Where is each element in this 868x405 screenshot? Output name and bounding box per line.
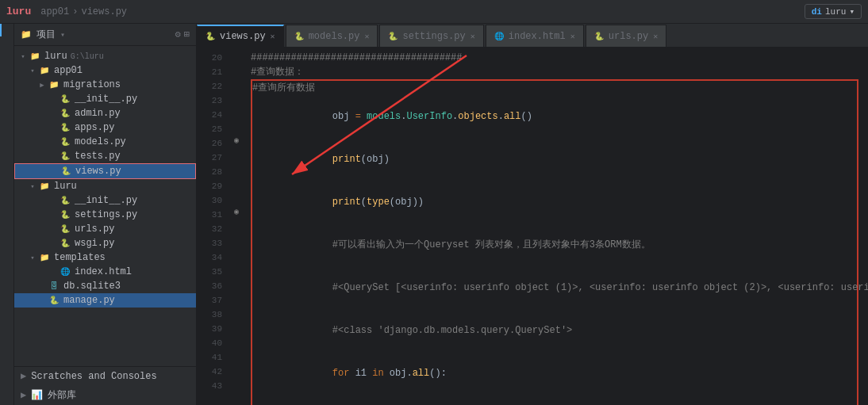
tree-label-app01: app01 <box>54 65 83 76</box>
code-line-23: obj = models.UserInfo.objects.all() <box>252 95 857 138</box>
layout-icon[interactable]: ⊞ <box>184 29 190 40</box>
tree-item-views[interactable]: 🐍 views.py <box>14 163 196 179</box>
gutter: ◉ ◉ <box>229 48 244 405</box>
tree-item-models[interactable]: 🐍 models.py <box>14 135 196 149</box>
gutter-28: ◉ <box>229 133 244 147</box>
gutter-44 <box>229 361 244 376</box>
red-box-1: #查询所有数据 obj = models.UserInfo.objects.al… <box>251 79 858 405</box>
tree-item-dbsqlite[interactable]: 🗄 db.sqlite3 <box>14 279 196 293</box>
tree-item-indexhtml[interactable]: 🌐 index.html <box>14 265 196 279</box>
tab-settings[interactable]: 🐍 settings.py ✕ <box>379 25 483 47</box>
tree-item-templates[interactable]: ▾ 📁 templates <box>14 250 196 265</box>
tab-close-urls[interactable]: ✕ <box>653 32 658 41</box>
gutter-40 <box>229 304 244 319</box>
plugin-icon: di <box>812 7 822 17</box>
tree-item-settings[interactable]: 🐍 settings.py <box>14 208 196 222</box>
tree-item-admin[interactable]: 🐍 admin.py <box>14 106 196 120</box>
tree-item-luru-pkg[interactable]: ▾ 📁 luru <box>14 179 196 193</box>
tree-item-app01[interactable]: ▾ 📁 app01 <box>14 63 196 78</box>
gear-icon[interactable]: ⚙ <box>175 29 181 40</box>
scratches-label: Scratches and Consoles <box>31 371 156 382</box>
tab-close-indexhtml[interactable]: ✕ <box>570 32 575 41</box>
tree-item-urls[interactable]: 🐍 urls.py <box>14 222 196 236</box>
code-line-26: #可以看出输入为一个Queryset 列表对象，且列表对象中有3条ORM数据。 <box>252 224 857 266</box>
tree-arrow-luru-pkg: ▾ <box>27 182 38 191</box>
tab-icon-urls: 🐍 <box>594 32 604 41</box>
panel-strip: 项目 <box>0 24 14 405</box>
gutter-42 <box>229 333 244 347</box>
tree-item-init2[interactable]: 🐍 __init__.py <box>14 193 196 208</box>
plugin-badge[interactable]: di luru ▾ <box>805 4 862 19</box>
project-dropdown-arrow: ▾ <box>60 30 65 40</box>
code-line-30: print(i1) <box>252 395 857 405</box>
gutter-38 <box>229 276 244 290</box>
gutter-26 <box>229 105 244 119</box>
project-header-icons: ⚙ ⊞ <box>175 29 190 40</box>
code-line-21: #查询数据： <box>251 65 862 79</box>
tab-close-models[interactable]: ✕ <box>364 32 369 41</box>
gutter-25 <box>229 90 244 105</box>
gutter-32 <box>229 190 244 204</box>
tree-item-apps[interactable]: 🐍 apps.py <box>14 120 196 135</box>
tree-item-tests[interactable]: 🐍 tests.py <box>14 149 196 163</box>
code-scroll-area[interactable]: ##################################### #查… <box>244 48 868 405</box>
folder-icon-migrations: 📁 <box>48 78 60 91</box>
code-editor[interactable]: 20 21 22 23 24 25 26 27 28 29 30 31 32 3… <box>197 48 868 405</box>
tree-item-migrations[interactable]: ▶ 📁 migrations <box>14 78 196 92</box>
folder-icon-app01: 📁 <box>38 64 51 77</box>
tab-close-views[interactable]: ✕ <box>271 32 275 41</box>
code-line-25: print(type(obj)) <box>252 181 857 224</box>
tree-label-init2: __init__.py <box>75 195 137 206</box>
external-libs-label: 外部库 <box>48 388 76 402</box>
gutter-43 <box>229 347 244 361</box>
app-logo: luru <box>6 6 31 17</box>
tree-item-wsgi[interactable]: 🐍 wsgi.py <box>14 236 196 250</box>
line-numbers: 20 21 22 23 24 25 26 27 28 29 30 31 32 3… <box>197 48 229 405</box>
gutter-34 <box>229 219 244 233</box>
tab-views[interactable]: 🐍 views.py ✕ <box>197 25 284 47</box>
tabs-bar: 🐍 views.py ✕ 🐍 models.py ✕ 🐍 settings.py… <box>197 24 868 48</box>
tab-urls[interactable]: 🐍 urls.py ✕ <box>586 25 666 47</box>
gutter-31 <box>229 176 244 190</box>
python-icon-wsgi: 🐍 <box>59 237 71 250</box>
gutter-27 <box>229 119 244 133</box>
editor-area: 🐍 views.py ✕ 🐍 models.py ✕ 🐍 settings.py… <box>197 24 868 405</box>
code-line-29: for i1 in obj.all(): <box>252 352 857 395</box>
breadcrumb-file[interactable]: views.py <box>81 6 127 17</box>
gutter-36 <box>229 247 244 262</box>
gutter-29 <box>229 147 244 162</box>
tree-label-admin: admin.py <box>75 108 121 119</box>
gutter-41 <box>229 319 244 333</box>
tree-item-luru-root[interactable]: ▾ 📁 luru G:\luru <box>14 49 196 63</box>
code-line-24: print(obj) <box>252 138 857 181</box>
tree-label-tests: tests.py <box>75 151 121 162</box>
tree-label-dbsqlite: db.sqlite3 <box>63 281 121 292</box>
tree-label-managepy: manage.py <box>63 295 115 306</box>
tree-label-wsgi: wsgi.py <box>75 238 114 249</box>
project-panel-title: 项目 <box>36 28 56 41</box>
external-libs-item[interactable]: ▶ 📊 外部库 <box>14 385 196 405</box>
tab-label-indexhtml: index.html <box>509 31 566 42</box>
tree-item-managepy[interactable]: 🐍 manage.py <box>14 293 196 308</box>
panel-strip-project[interactable]: 项目 <box>0 24 13 36</box>
scratches-item[interactable]: ▶ Scratches and Consoles <box>14 367 196 385</box>
tree-label-luru-pkg: luru <box>54 181 77 192</box>
gutter-39 <box>229 290 244 304</box>
python-icon-init2: 🐍 <box>59 194 71 207</box>
project-panel: 📁 项目 ▾ ⚙ ⊞ ▾ 📁 luru G:\luru ▾ 📁 app0 <box>14 24 197 405</box>
tree-label-urls: urls.py <box>75 224 114 235</box>
code-line-27: #<QuerySet [<userinfo: userinfo object (… <box>252 266 857 309</box>
breadcrumb-app[interactable]: app01 <box>40 6 69 17</box>
tree-arrow-luru: ▾ <box>17 52 29 61</box>
tree-item-init1[interactable]: 🐍 __init__.py <box>14 92 196 106</box>
python-icon-tests: 🐍 <box>59 150 71 162</box>
tab-icon-indexhtml: 🌐 <box>494 32 504 41</box>
code-content: ##################################### #查… <box>244 48 868 405</box>
gutter-45 <box>229 376 244 390</box>
tab-indexhtml[interactable]: 🌐 index.html ✕ <box>486 25 584 47</box>
python-icon-models: 🐍 <box>59 136 71 148</box>
tab-close-settings[interactable]: ✕ <box>470 32 475 41</box>
gutter-35 <box>229 233 244 247</box>
tab-models[interactable]: 🐍 models.py ✕ <box>286 25 378 47</box>
tree-label-settings: settings.py <box>75 209 137 220</box>
